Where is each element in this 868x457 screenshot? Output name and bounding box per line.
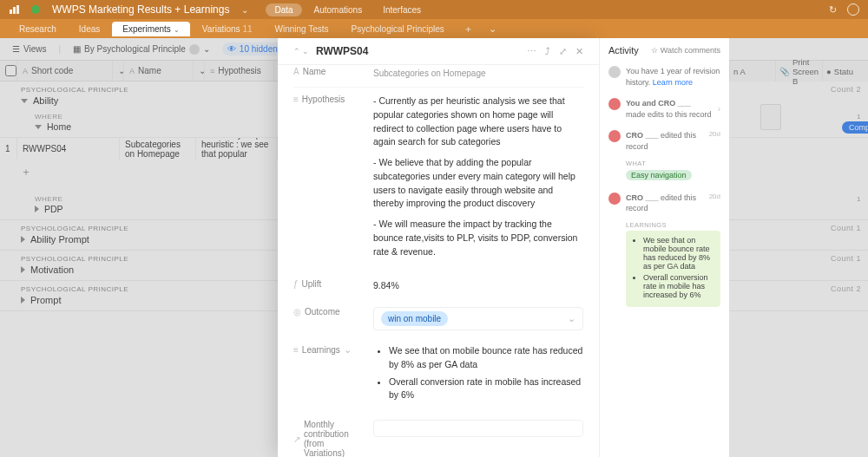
- watch-comments-button[interactable]: ☆ Watch comments: [651, 46, 720, 55]
- history-icon[interactable]: ↻: [829, 4, 837, 16]
- avatar: [608, 98, 621, 110]
- activity-item: CRO ___ edited this record 20d: [608, 187, 720, 219]
- chevron-down-icon[interactable]: ⌄: [302, 47, 309, 55]
- tab-winning-tests[interactable]: Winning Tests: [265, 22, 339, 36]
- close-icon[interactable]: ✕: [575, 46, 583, 57]
- activity-section-label: LEARNINGS: [626, 221, 720, 229]
- expand-icon[interactable]: ⤢: [559, 46, 567, 57]
- record-nav[interactable]: ⌃⌄: [293, 47, 309, 55]
- avatar: [608, 66, 621, 78]
- field-value-outcome[interactable]: win on mobile⌄: [373, 307, 583, 330]
- field-label-learnings: Learnings: [302, 345, 340, 355]
- base-color-dot: [31, 5, 40, 14]
- avatar: [608, 193, 621, 205]
- activity-sidebar: Activity ☆ Watch comments You have 1 yea…: [599, 38, 729, 457]
- svg-rect-2: [16, 5, 19, 14]
- svg-rect-1: [13, 7, 16, 14]
- field-label-name: Name: [303, 67, 326, 76]
- help-icon[interactable]: [847, 3, 859, 16]
- tab-psychological-principles[interactable]: Psychological Principles: [341, 22, 455, 36]
- share-icon[interactable]: ⤴: [545, 46, 550, 56]
- base-title[interactable]: WWPS Marketing Results + Learnings: [52, 3, 229, 16]
- nav-pill-automations[interactable]: Automations: [306, 3, 372, 16]
- tab-ideas[interactable]: Ideas: [69, 22, 110, 36]
- base-icon: [9, 4, 19, 15]
- tab-experiments[interactable]: Experiments⌄: [112, 22, 190, 36]
- tab-variations[interactable]: Variations 11: [192, 22, 263, 36]
- nav-pill-interfaces[interactable]: Interfaces: [374, 3, 430, 16]
- activity-chip: Easy navigation: [626, 170, 692, 180]
- activity-section-label: WHAT: [626, 160, 720, 167]
- field-value-name[interactable]: Subcategories on Homepage: [373, 67, 583, 80]
- outcome-tag[interactable]: win on mobile: [381, 311, 448, 326]
- chevron-down-icon[interactable]: ⌄: [241, 5, 248, 15]
- learn-more-link[interactable]: Learn more: [653, 78, 693, 87]
- activity-item[interactable]: You and CRO ___ made edits to this recor…: [608, 93, 720, 125]
- field-label-monthly: Monthly contribution (from Variations): [304, 420, 363, 457]
- nav-pill-data[interactable]: Data: [266, 3, 301, 16]
- tab-menu-chevron[interactable]: ⌄: [482, 23, 503, 35]
- field-value-uplift[interactable]: 9.84%: [373, 279, 583, 293]
- activity-time: 20d: [709, 130, 720, 152]
- activity-time: 20d: [709, 193, 720, 214]
- field-value-hypothesis[interactable]: - Currently as per heuristic analysis we…: [373, 95, 583, 265]
- field-label-hypothesis: Hypothesis: [302, 95, 345, 104]
- activity-title: Activity: [608, 45, 639, 55]
- field-value-monthly[interactable]: [373, 420, 583, 437]
- activity-item: CRO ___ edited this record 20d: [608, 125, 720, 157]
- tab-research[interactable]: Research: [9, 22, 67, 36]
- record-title: RWWPS04: [316, 45, 368, 57]
- app-header: WWPS Marketing Results + Learnings ⌄ Dat…: [0, 0, 868, 38]
- chevron-right-icon[interactable]: ›: [718, 104, 720, 114]
- field-label-uplift: Uplift: [302, 279, 322, 289]
- add-table-button[interactable]: ＋: [457, 23, 480, 36]
- record-detail-panel: ⌃⌄ RWWPS04 ⋯ ⤴ ⤢ ✕ AName Subcategories o…: [278, 38, 599, 457]
- chevron-up-icon[interactable]: ⌃: [293, 47, 300, 55]
- field-label-outcome: Outcome: [305, 307, 340, 317]
- activity-learnings-card: We see that on mobile bounce rate has re…: [626, 231, 720, 307]
- more-icon[interactable]: ⋯: [527, 46, 536, 57]
- chevron-down-icon[interactable]: ⌄: [568, 312, 575, 326]
- avatar: [608, 130, 621, 142]
- table-tabs: Research Ideas Experiments⌄ Variations 1…: [0, 19, 868, 38]
- svg-rect-0: [10, 10, 12, 14]
- activity-item: You have 1 year of revision history. Lea…: [608, 61, 720, 93]
- field-value-learnings[interactable]: We see that on mobile bounce rate has re…: [373, 344, 583, 406]
